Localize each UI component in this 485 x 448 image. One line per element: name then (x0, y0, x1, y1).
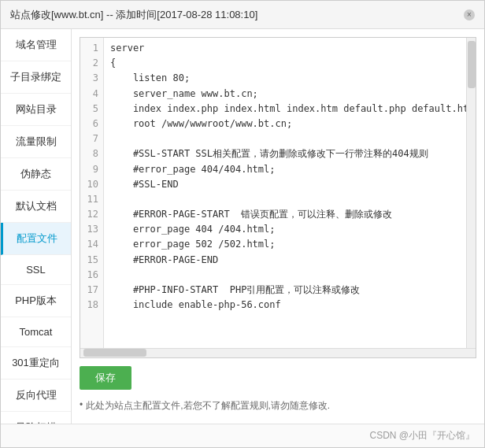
sidebar-item-tomcat[interactable]: Tomcat (1, 317, 71, 347)
line-number-15: 15 (85, 253, 98, 268)
code-line-9: #error_page 404/404.html; (110, 162, 460, 177)
line-number-18: 18 (85, 298, 98, 313)
line-number-8: 8 (85, 146, 98, 161)
code-line-16 (110, 268, 460, 283)
code-line-1: server (110, 41, 460, 56)
code-line-12: #ERROR-PAGE-START 错误页配置，可以注释、删除或修改 (110, 207, 460, 222)
sidebar-item-website-dir[interactable]: 网站目录 (1, 94, 71, 126)
code-line-11 (110, 192, 460, 207)
horizontal-scrollbar[interactable] (80, 348, 476, 357)
line-number-2: 2 (85, 56, 98, 71)
scrollbar-thumb[interactable] (468, 41, 476, 88)
sidebar-item-domain[interactable]: 域名管理 (1, 29, 71, 61)
line-number-14: 14 (85, 237, 98, 252)
toolbar-row: 保存 (80, 366, 476, 390)
code-line-8: #SSL-START SSL相关配置，请勿删除或修改下一行带注释的404规则 (110, 146, 460, 161)
sidebar-item-ssl[interactable]: SSL (1, 255, 71, 285)
notice-text: 此处为站点主配置文件,若您不了解配置规则,请勿随意修改. (86, 399, 330, 413)
notice-bullet: • (80, 399, 83, 410)
save-button[interactable]: 保存 (80, 366, 131, 390)
footer-bar: CSDN @小田『开心馆』 (1, 424, 484, 447)
code-line-17: #PHP-INFO-START PHP引用配置，可以注释或修改 (110, 283, 460, 298)
main-content: 123456789101112131415161718 server{ list… (72, 29, 484, 424)
line-number-17: 17 (85, 283, 98, 298)
line-number-7: 7 (85, 131, 98, 146)
code-editor[interactable]: 123456789101112131415161718 server{ list… (80, 38, 476, 348)
window-title: 站点修改[www.bt.cn] -- 添加时间[2017-08-28 11:08… (10, 8, 257, 22)
sidebar-item-php-version[interactable]: PHP版本 (1, 285, 71, 317)
footer-text: CSDN @小田『开心馆』 (369, 430, 475, 441)
title-bar: 站点修改[www.bt.cn] -- 添加时间[2017-08-28 11:08… (1, 1, 484, 29)
code-line-4: server_name www.bt.cn; (110, 87, 460, 102)
line-number-1: 1 (85, 41, 98, 56)
code-line-5: index index.php index.html index.htm def… (110, 102, 460, 117)
line-number-5: 5 (85, 102, 98, 117)
line-number-9: 9 (85, 162, 98, 177)
code-line-3: listen 80; (110, 71, 460, 86)
line-number-13: 13 (85, 222, 98, 237)
vertical-scrollbar[interactable] (466, 38, 476, 348)
code-line-18: include enable-php-56.conf (110, 298, 460, 313)
sidebar-item-reverse-proxy[interactable]: 反向代理 (1, 380, 71, 412)
notice-row: • 此处为站点主配置文件,若您不了解配置规则,请勿随意修改. (80, 396, 476, 416)
sidebar-item-security-scan[interactable]: 风险扫描 (1, 412, 71, 424)
sidebar-item-traffic[interactable]: 流量限制 (1, 126, 71, 158)
line-number-10: 10 (85, 177, 98, 192)
sidebar-item-redirect301[interactable]: 301重定向 (1, 347, 71, 380)
sidebar: 域名管理子目录绑定网站目录流量限制伪静态默认文档配置文件SSLPHP版本Tomc… (1, 29, 72, 424)
sidebar-item-subdir[interactable]: 子目录绑定 (1, 61, 71, 94)
code-line-13: error_page 404 /404.html; (110, 222, 460, 237)
code-content[interactable]: server{ listen 80; server_name www.bt.cn… (104, 38, 466, 348)
sidebar-item-default-doc[interactable]: 默认文档 (1, 191, 71, 223)
code-line-15: #ERROR-PAGE-END (110, 253, 460, 268)
line-number-3: 3 (85, 71, 98, 86)
code-line-10: #SSL-END (110, 177, 460, 192)
line-number-12: 12 (85, 207, 98, 222)
sidebar-item-pseudo-static[interactable]: 伪静态 (1, 158, 71, 191)
close-button[interactable]: × (464, 9, 475, 20)
line-number-11: 11 (85, 192, 98, 207)
line-number-4: 4 (85, 87, 98, 102)
code-line-14: error_page 502 /502.html; (110, 237, 460, 252)
horiz-scrollbar-thumb[interactable] (83, 349, 146, 357)
line-number-16: 16 (85, 268, 98, 283)
code-line-7 (110, 131, 460, 146)
code-line-2: { (110, 56, 460, 71)
line-numbers: 123456789101112131415161718 (80, 38, 104, 348)
content-area: 域名管理子目录绑定网站目录流量限制伪静态默认文档配置文件SSLPHP版本Tomc… (1, 29, 484, 424)
code-line-6: root /www/wwwroot/www.bt.cn; (110, 117, 460, 131)
line-number-6: 6 (85, 117, 98, 131)
code-editor-wrapper: 123456789101112131415161718 server{ list… (80, 37, 476, 358)
main-window: 站点修改[www.bt.cn] -- 添加时间[2017-08-28 11:08… (0, 0, 485, 448)
sidebar-item-config-file[interactable]: 配置文件 (1, 223, 71, 255)
